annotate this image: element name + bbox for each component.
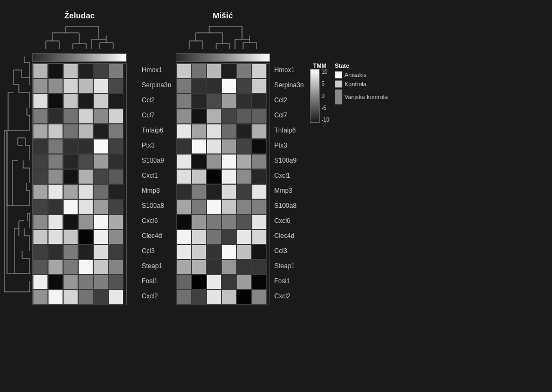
state-label-anisakis: Anisakis bbox=[344, 72, 367, 78]
gene-label-mid-clec4d: Clec4d bbox=[142, 228, 171, 243]
heatmap-cell bbox=[78, 94, 93, 109]
gene-label-mid-s100a8: S100a8 bbox=[142, 198, 171, 213]
heatmap-row bbox=[33, 124, 126, 139]
heatmap-cell bbox=[237, 79, 252, 94]
heatmap-cell bbox=[48, 64, 63, 79]
heatmap-cell bbox=[206, 184, 222, 199]
heatmap-row bbox=[176, 79, 270, 94]
heatmap-cell bbox=[33, 275, 48, 290]
heatmap-cell bbox=[108, 229, 123, 244]
right-heatmap-title: Mišić bbox=[212, 11, 233, 20]
gene-label-mid-serpina3n: Serpina3n bbox=[142, 78, 171, 93]
gene-label-right-cxcl2: Cxcl2 bbox=[274, 289, 304, 304]
heatmap-cell bbox=[206, 109, 222, 124]
heatmap-cell bbox=[48, 275, 63, 290]
heatmap-cell bbox=[108, 79, 123, 94]
left-row-dendrogram-svg bbox=[3, 55, 32, 297]
heatmap-cell bbox=[206, 124, 222, 139]
right-top-dendrogram bbox=[176, 22, 270, 53]
state-item-0: Anisakis bbox=[335, 71, 388, 79]
heatmap-cell bbox=[78, 260, 93, 275]
heatmap-row bbox=[33, 109, 126, 124]
heatmap-cell bbox=[108, 109, 123, 124]
heatmap-cell bbox=[176, 199, 191, 214]
heatmap-cell bbox=[48, 184, 63, 199]
heatmap-cell bbox=[176, 109, 191, 124]
heatmap-cell bbox=[63, 79, 78, 94]
heatmap-cell bbox=[222, 184, 237, 199]
heatmap-cell bbox=[108, 64, 123, 79]
heatmap-cell bbox=[63, 109, 78, 124]
heatmap-cell bbox=[78, 79, 93, 94]
heatmap-row bbox=[176, 139, 270, 154]
heatmap-row bbox=[33, 229, 126, 244]
heatmap-cell bbox=[252, 109, 267, 124]
main-container: Želudac bbox=[0, 0, 552, 392]
heatmap-cell bbox=[237, 94, 252, 109]
gene-label-right-cxcl1: Cxcl1 bbox=[274, 168, 304, 183]
heatmap-cell bbox=[108, 214, 123, 229]
heatmap-cell bbox=[237, 199, 252, 214]
heatmap-cell bbox=[63, 64, 78, 79]
heatmap-row bbox=[33, 139, 126, 154]
heatmap-cell bbox=[48, 154, 63, 169]
heatmap-cell bbox=[206, 260, 222, 275]
heatmap-cell bbox=[252, 199, 267, 214]
heatmap-cell bbox=[63, 199, 78, 214]
heatmap-cell bbox=[206, 64, 222, 79]
gene-labels-mid: Hmox1Serpina3nCcl2Ccl7Tnfaip6Ptx3S100a9C… bbox=[137, 62, 176, 304]
heatmap-cell bbox=[48, 169, 63, 184]
heatmap-cell bbox=[78, 139, 93, 154]
heatmap-cell bbox=[63, 229, 78, 244]
heatmap-row bbox=[176, 154, 270, 169]
heatmap-cell bbox=[108, 275, 123, 290]
heatmap-cell bbox=[237, 64, 252, 79]
heatmap-cell bbox=[176, 64, 191, 79]
heatmap-cell bbox=[108, 199, 123, 214]
heatmap-row bbox=[176, 214, 270, 229]
heatmap-cell bbox=[206, 79, 222, 94]
gene-label-right-ptx3: Ptx3 bbox=[274, 138, 304, 153]
heatmap-cell bbox=[191, 199, 206, 214]
heatmap-cell bbox=[237, 154, 252, 169]
heatmap-cell bbox=[237, 124, 252, 139]
gene-label-mid-steap1: Steap1 bbox=[142, 258, 171, 274]
heatmap-cell bbox=[191, 214, 206, 229]
heatmap-cell bbox=[48, 139, 63, 154]
heatmap-cell bbox=[252, 244, 267, 260]
heatmap-row bbox=[33, 290, 126, 305]
heatmap-cell bbox=[33, 229, 48, 244]
heatmap-row bbox=[33, 184, 126, 199]
state-item-2: Vanjska kontrola bbox=[335, 89, 388, 104]
heatmap-cell bbox=[237, 139, 252, 154]
gene-label-right-s100a9: S100a9 bbox=[274, 153, 304, 168]
heatmap-cell bbox=[33, 199, 48, 214]
gene-label-mid-cxcl2: Cxcl2 bbox=[142, 289, 171, 304]
heatmap-cell bbox=[176, 244, 191, 260]
heatmap-row bbox=[176, 229, 270, 244]
heatmap-cell bbox=[252, 139, 267, 154]
heatmap-cell bbox=[252, 260, 267, 275]
heatmap-cell bbox=[78, 229, 93, 244]
heatmap-cell bbox=[252, 275, 267, 290]
heatmap-cell bbox=[78, 109, 93, 124]
heatmap-cell bbox=[191, 64, 206, 79]
heatmap-cell bbox=[191, 124, 206, 139]
gene-label-mid-ccl7: Ccl7 bbox=[142, 108, 171, 123]
heatmap-cell bbox=[191, 260, 206, 275]
heatmap-cell bbox=[237, 290, 252, 305]
heatmap-cell bbox=[206, 229, 222, 244]
left-heatmap-title: Želudac bbox=[64, 11, 95, 20]
heatmap-cell bbox=[93, 199, 108, 214]
gene-label-mid-tnfaip6: Tnfaip6 bbox=[142, 123, 171, 138]
heatmap-cell bbox=[237, 184, 252, 199]
heatmap-row bbox=[33, 260, 126, 275]
state-label-vanjska: Vanjska kontrola bbox=[344, 94, 388, 100]
heatmap-cell bbox=[78, 244, 93, 260]
gene-label-right-hmox1: Hmox1 bbox=[274, 62, 304, 78]
gene-label-right-s100a8: S100a8 bbox=[274, 198, 304, 213]
tmm-color-bar bbox=[310, 69, 320, 123]
heatmap-cell bbox=[252, 169, 267, 184]
heatmap-cell bbox=[93, 275, 108, 290]
heatmap-row bbox=[33, 199, 126, 214]
